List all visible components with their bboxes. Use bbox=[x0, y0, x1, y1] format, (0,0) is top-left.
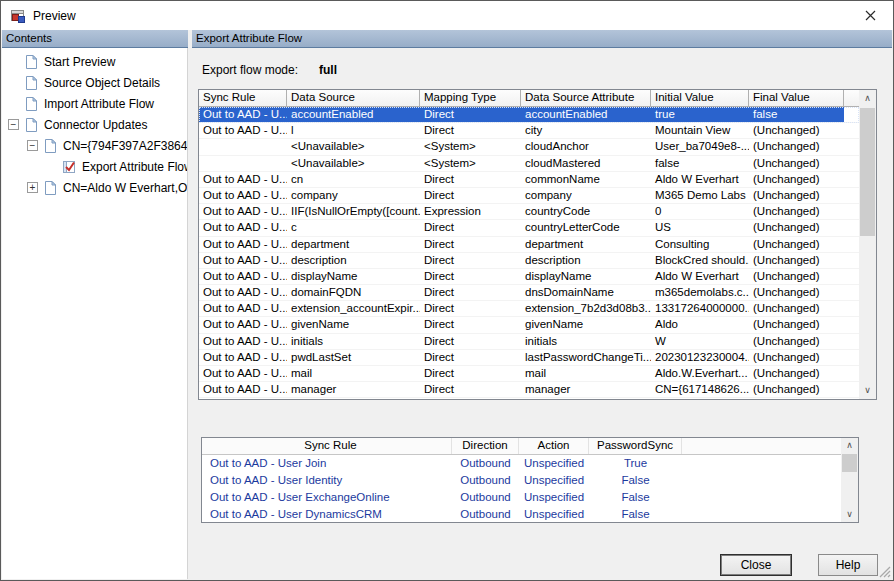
scroll-down-icon[interactable]: ∨ bbox=[859, 382, 876, 399]
cell: Out to AAD - U... bbox=[199, 237, 287, 252]
flow-row-displayname[interactable]: Out to AAD - U...displayNameDirectdispla… bbox=[199, 269, 859, 285]
cell: countryLetterCode bbox=[521, 220, 651, 235]
attribute-flow-rows: Out to AAD - U...accountEnabledDirectacc… bbox=[199, 107, 859, 399]
rule-row-out-to-aad-user-exchangeonline[interactable]: Out to AAD - User ExchangeOnlineOutbound… bbox=[202, 489, 841, 506]
cell: <Unavailable> bbox=[287, 156, 420, 171]
tree-item-connector-updates[interactable]: −Connector Updates bbox=[2, 114, 187, 135]
cell: domainFQDN bbox=[287, 285, 420, 300]
flow-row-countrylettercode[interactable]: Out to AAD - U...cDirectcountryLetterCod… bbox=[199, 220, 859, 236]
flow-row-dnsdomainname[interactable]: Out to AAD - U...domainFQDNDirectdnsDoma… bbox=[199, 285, 859, 301]
cell: dnsDomainName bbox=[521, 285, 651, 300]
tree-item-label: Source Object Details bbox=[44, 76, 160, 90]
col-data-source[interactable]: Data Source bbox=[287, 90, 420, 106]
cell: initials bbox=[287, 334, 420, 349]
rule-row-out-to-aad-user-join[interactable]: Out to AAD - User JoinOutboundUnspecifie… bbox=[202, 455, 841, 472]
tree-item-import-attribute-flow[interactable]: Import Attribute Flow bbox=[2, 93, 187, 114]
flow-row-manager[interactable]: Out to AAD - U...managerDirectmanagerCN=… bbox=[199, 382, 859, 398]
close-button[interactable]: Close bbox=[720, 554, 792, 576]
cell: False bbox=[589, 506, 682, 522]
cell: Out to AAD - User Identity bbox=[202, 472, 452, 489]
col-initial-value[interactable]: Initial Value bbox=[651, 90, 749, 106]
cell: Out to AAD - U... bbox=[199, 334, 287, 349]
flow-row-lastpasswordchangeti[interactable]: Out to AAD - U...pwdLastSetDirectlastPas… bbox=[199, 350, 859, 366]
cell bbox=[199, 156, 287, 171]
rule-row-out-to-aad-user-identity[interactable]: Out to AAD - User IdentityOutboundUnspec… bbox=[202, 472, 841, 489]
tree-item-cn-794f397a2f38644[interactable]: −CN={794F397A2F38644 bbox=[2, 135, 187, 156]
cell: Direct bbox=[420, 188, 521, 203]
cell: Out to AAD - U... bbox=[199, 382, 287, 397]
flow-row-company[interactable]: Out to AAD - U...companyDirectcompanyM36… bbox=[199, 188, 859, 204]
cell: false bbox=[651, 156, 749, 171]
cell: Direct bbox=[420, 366, 521, 381]
col-mapping-type[interactable]: Mapping Type bbox=[420, 90, 521, 106]
document-icon bbox=[23, 54, 39, 70]
export-check-icon bbox=[61, 159, 77, 175]
preview-window: Preview Contents Export Attribute Flow S… bbox=[0, 0, 894, 581]
flow-row-countrycode[interactable]: Out to AAD - U...IIF(IsNullOrEmpty([coun… bbox=[199, 204, 859, 220]
cell: (Unchanged) bbox=[749, 350, 844, 365]
col-final-value[interactable]: Final Value bbox=[749, 90, 844, 106]
scrollbar-thumb[interactable] bbox=[842, 454, 857, 472]
close-icon[interactable] bbox=[855, 4, 885, 26]
flow-row-givenname[interactable]: Out to AAD - U...givenNameDirectgivenNam… bbox=[199, 317, 859, 333]
cell: description bbox=[521, 253, 651, 268]
flow-table-scrollbar[interactable]: ∧ ∨ bbox=[859, 90, 876, 399]
flow-row-description[interactable]: Out to AAD - U...descriptionDirectdescri… bbox=[199, 253, 859, 269]
cell: <Unavailable> bbox=[287, 139, 420, 154]
col-sync-rule[interactable]: Sync Rule bbox=[199, 90, 287, 106]
cell: commonName bbox=[521, 172, 651, 187]
col-direction[interactable]: Direction bbox=[452, 438, 519, 454]
tree-item-start-preview[interactable]: Start Preview bbox=[2, 51, 187, 72]
cell: Out to AAD - U... bbox=[199, 188, 287, 203]
cell: countryCode bbox=[521, 204, 651, 219]
cell: Direct bbox=[420, 253, 521, 268]
contents-header: Contents bbox=[2, 30, 188, 48]
col-passwordsync[interactable]: PasswordSync bbox=[589, 438, 682, 454]
cell: cn bbox=[287, 172, 420, 187]
col-sync-rule[interactable]: Sync Rule bbox=[202, 438, 452, 454]
scroll-up-icon[interactable]: ∧ bbox=[859, 90, 876, 107]
cell: (Unchanged) bbox=[749, 139, 844, 154]
tree-item-source-object-details[interactable]: Source Object Details bbox=[2, 72, 187, 93]
flow-row-cloudmastered[interactable]: <Unavailable><System>cloudMasteredfalse(… bbox=[199, 156, 859, 172]
document-icon bbox=[42, 138, 58, 154]
cell: (Unchanged) bbox=[749, 334, 844, 349]
cell: 20230123230004... bbox=[651, 350, 749, 365]
cell: Direct bbox=[420, 269, 521, 284]
scroll-up-icon[interactable]: ∧ bbox=[841, 438, 858, 453]
contents-tree: Start PreviewSource Object DetailsImport… bbox=[2, 48, 188, 579]
collapse-icon[interactable]: − bbox=[27, 140, 38, 151]
cell: m365demolabs.c... bbox=[651, 285, 749, 300]
flow-row-accountenabled[interactable]: Out to AAD - U...accountEnabledDirectacc… bbox=[199, 107, 859, 123]
cell: accountEnabled bbox=[287, 107, 420, 122]
flow-row-city[interactable]: Out to AAD - U...lDirectcityMountain Vie… bbox=[199, 123, 859, 139]
cell: Aldo bbox=[651, 317, 749, 332]
col-action[interactable]: Action bbox=[519, 438, 589, 454]
flow-row-commonname[interactable]: Out to AAD - U...cnDirectcommonNameAldo … bbox=[199, 172, 859, 188]
cell: Direct bbox=[420, 334, 521, 349]
resize-grip[interactable] bbox=[877, 564, 891, 578]
rule-row-out-to-aad-user-dynamicscrm[interactable]: Out to AAD - User DynamicsCRMOutboundUns… bbox=[202, 506, 841, 522]
cell: (Unchanged) bbox=[749, 269, 844, 284]
help-button[interactable]: Help bbox=[818, 554, 878, 576]
expand-icon[interactable]: + bbox=[27, 182, 38, 193]
cell: Unspecified bbox=[519, 455, 589, 472]
cell: 13317264000000... bbox=[651, 301, 749, 316]
tree-item-export-attribute-flow[interactable]: Export Attribute Flow bbox=[2, 156, 187, 177]
rules-table-scrollbar[interactable]: ∧ ∨ bbox=[841, 438, 858, 522]
cell: company bbox=[287, 188, 420, 203]
cell: Direct bbox=[420, 107, 521, 122]
cell: M365 Demo Labs bbox=[651, 188, 749, 203]
flow-row-extension-7b2d3d08b3[interactable]: Out to AAD - U...extension_accountExpir.… bbox=[199, 301, 859, 317]
scroll-down-icon[interactable]: ∨ bbox=[841, 507, 858, 522]
flow-row-department[interactable]: Out to AAD - U...departmentDirectdepartm… bbox=[199, 237, 859, 253]
flow-row-cloudanchor[interactable]: <Unavailable><System>cloudAnchorUser_ba7… bbox=[199, 139, 859, 155]
cell: Out to AAD - U... bbox=[199, 366, 287, 381]
tree-item-cn-aldo-w-everhart-ou[interactable]: +CN=Aldo W Everhart,OU bbox=[2, 177, 187, 198]
flow-row-mail[interactable]: Out to AAD - U...mailDirectmailAldo.W.Ev… bbox=[199, 366, 859, 382]
collapse-icon[interactable]: − bbox=[8, 119, 19, 130]
cell: (Unchanged) bbox=[749, 382, 844, 397]
scrollbar-thumb[interactable] bbox=[860, 108, 875, 236]
col-data-source-attribute[interactable]: Data Source Attribute bbox=[521, 90, 651, 106]
flow-row-initials[interactable]: Out to AAD - U...initialsDirectinitialsW… bbox=[199, 334, 859, 350]
